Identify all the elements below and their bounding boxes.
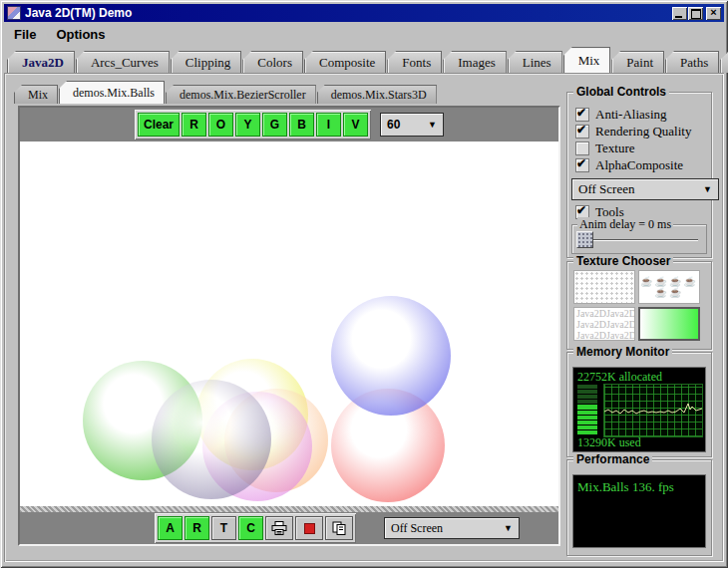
tab-mix[interactable]: Mix [563, 47, 611, 73]
clear-button[interactable]: Clear [138, 113, 180, 137]
memory-trace-line [604, 404, 702, 414]
demo-tab-demos-mix-bezierscroller[interactable]: demos.Mix.BezierScroller [166, 85, 316, 104]
render-target-value: Off Screen [391, 521, 443, 536]
performance-fps-label: Mix.Balls 136. fps [577, 479, 674, 495]
texture-text-line: Java2DJava2D [576, 308, 634, 319]
checkbox-label: Anti-Aliasing [595, 107, 667, 123]
checkbox-box: ✔ [575, 125, 589, 139]
menu-item-options[interactable]: Options [56, 27, 105, 42]
application-window: Java 2D(TM) Demo × FileOptions Java2DArc… [0, 0, 728, 568]
texture-swatch-gradient-selected[interactable] [638, 307, 700, 341]
performance-group: Performance Mix.Balls 136. fps [566, 459, 712, 556]
maximize-button[interactable] [688, 7, 703, 20]
anim-delay-slider-track[interactable] [580, 239, 698, 241]
close-icon: × [706, 6, 721, 19]
color-button-b[interactable]: B [289, 113, 314, 137]
demo-top-toolbar: Clear ROYGBIV 60 ▼ [20, 108, 558, 142]
global-controls-group: Global Controls ✔Anti-Aliasing✔Rendering… [566, 92, 712, 258]
performance-panel: Mix.Balls 136. fps [572, 474, 706, 548]
stop-icon [304, 523, 315, 534]
toggle-button-a[interactable]: A [158, 516, 182, 540]
tab-arcs_curves[interactable]: Arcs_Curves [76, 51, 170, 73]
cup-icon: ☕ [683, 276, 697, 287]
color-button-strip: Clear ROYGBIV [135, 110, 371, 140]
color-button-y[interactable]: Y [235, 113, 260, 137]
demo-tab-bar: Mixdemos.Mix.Ballsdemos.Mix.BezierScroll… [14, 82, 437, 104]
color-button-r[interactable]: R [182, 113, 206, 137]
memory-gauge-segment [577, 405, 597, 409]
ball-canvas [20, 142, 558, 506]
checkbox-anti-aliasing[interactable]: ✔Anti-Aliasing [575, 107, 667, 122]
color-button-o[interactable]: O [208, 113, 233, 137]
color-button-g[interactable]: G [262, 113, 287, 137]
clone-button[interactable] [325, 516, 353, 540]
cup-icon: ☕ [669, 287, 683, 298]
tab-fonts[interactable]: Fonts [387, 51, 442, 73]
checkbox-rendering-quality[interactable]: ✔Rendering Quality [575, 124, 691, 139]
menu-item-file[interactable]: File [14, 27, 36, 42]
demo-tab-mix[interactable]: Mix [14, 85, 58, 104]
speed-combo[interactable]: 60 ▼ [380, 113, 444, 137]
speed-combo-value: 60 [387, 118, 400, 132]
checkbox-texture[interactable]: Texture [575, 141, 635, 155]
texture-swatch-cups[interactable]: ☕☕☕☕☕☕ [638, 270, 700, 304]
print-button[interactable] [265, 516, 293, 540]
texture-swatch-dots[interactable] [573, 270, 635, 304]
memory-gauge-segment [577, 395, 597, 399]
close-button[interactable]: × [706, 7, 721, 20]
cup-icon: ☕ [655, 276, 669, 287]
menu-bar: FileOptions [4, 23, 724, 45]
app-icon [7, 6, 21, 20]
demo-tab-demos-mix-stars3d[interactable]: demos.Mix.Stars3D [317, 85, 437, 104]
checkbox-box [575, 142, 589, 155]
minimize-icon [675, 16, 682, 18]
memory-gauge-segment [577, 421, 597, 425]
tab-clipping[interactable]: Clipping [171, 51, 242, 73]
minimize-button[interactable] [672, 7, 687, 20]
chevron-down-icon: ▼ [703, 184, 712, 194]
maximize-icon [691, 9, 701, 19]
tab-images[interactable]: Images [443, 51, 507, 73]
chevron-down-icon: ▼ [504, 523, 513, 533]
toggle-button-t[interactable]: T [211, 516, 236, 540]
global-screen-value: Off Screen [578, 181, 634, 197]
title-bar[interactable]: Java 2D(TM) Demo × [4, 4, 724, 22]
memory-gauge-segment [577, 411, 597, 415]
toggle-button-r[interactable]: R [184, 516, 209, 540]
anim-delay-group: Anim delay = 0 ms [571, 224, 707, 254]
demo-bottom-toolbar: ARTC [20, 512, 558, 544]
tool-button-strip: ARTC [155, 513, 356, 543]
demo-panel: Clear ROYGBIV 60 ▼ ARTC [18, 106, 560, 546]
tab-java2d[interactable]: Java2D [7, 51, 75, 73]
tab-paths[interactable]: Paths [665, 51, 719, 73]
memory-allocated-label: 22752K allocated [577, 370, 662, 385]
texture-chooser-group: Texture Chooser ☕☕☕☕☕☕ Java2DJava2D Java… [566, 261, 712, 350]
toggle-button-c[interactable]: C [238, 516, 263, 540]
color-button-v[interactable]: V [343, 113, 368, 137]
memory-monitor-group: Memory Monitor 22752K allocated 13290K u… [566, 352, 712, 457]
checkmark-icon: ✔ [576, 156, 586, 170]
global-screen-combo[interactable]: Off Screen ▼ [571, 178, 719, 200]
color-button-i[interactable]: I [316, 113, 341, 137]
texture-swatch-text[interactable]: Java2DJava2D Java2DJava2D Java2DJava2D [573, 307, 635, 341]
anim-delay-slider-thumb[interactable] [576, 231, 593, 248]
stop-button[interactable] [295, 516, 323, 540]
demo-tab-demos-mix-balls[interactable]: demos.Mix.Balls [59, 81, 165, 104]
main-tab-bar: Java2DArcs_CurvesClippingColorsComposite… [7, 47, 724, 73]
memory-gauge-segment [577, 426, 597, 429]
copy-icon [332, 521, 347, 535]
checkmark-icon: ✔ [576, 123, 586, 137]
render-target-combo[interactable]: Off Screen ▼ [384, 517, 520, 539]
checkbox-alphacomposite[interactable]: ✔AlphaComposite [575, 157, 683, 172]
tab-composite[interactable]: Composite [304, 51, 386, 73]
texture-grid: ☕☕☕☕☕☕ Java2DJava2D Java2DJava2D Java2DJ… [573, 270, 705, 342]
tab-colors[interactable]: Colors [242, 51, 303, 73]
tab-lines[interactable]: Lines [508, 51, 562, 73]
window-title: Java 2D(TM) Demo [25, 6, 671, 20]
group-title: Performance [573, 452, 652, 466]
cup-icon: ☕ [669, 276, 683, 287]
tab-transforms[interactable]: Transforms [720, 51, 728, 73]
chevron-down-icon: ▼ [428, 120, 437, 130]
checkbox-label: AlphaComposite [595, 157, 683, 173]
tab-paint[interactable]: Paint [611, 51, 664, 73]
